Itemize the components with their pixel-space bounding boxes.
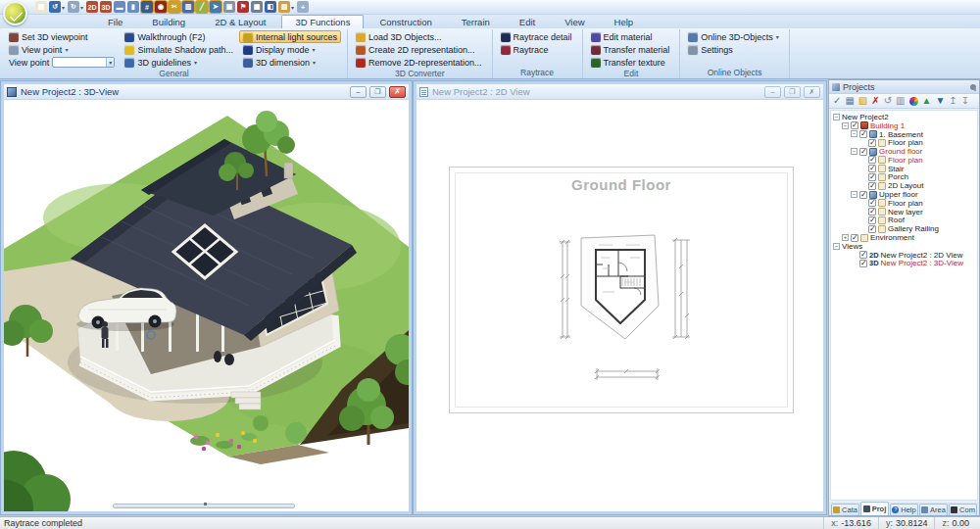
minimize-button[interactable]: – [350,86,367,98]
tree-item[interactable]: −✓1. Basement [831,130,977,139]
2d-viewport[interactable]: Ground Floor [416,100,823,511]
set-3d-viewpoint-button[interactable]: Set 3D viewpoint [5,30,119,43]
tab-help[interactable]: Help [601,15,648,28]
projects-panel-header[interactable]: Projects [829,80,979,94]
chevron-down-icon[interactable]: ▾ [106,58,114,67]
select-cursor-icon[interactable]: ➤ [210,1,221,13]
tree-item[interactable]: ✓Floor plan [831,138,977,147]
collapse-icon[interactable]: − [851,130,858,137]
tree-item[interactable]: ✓Porch [831,173,977,182]
dropdown-arrow-icon[interactable]: ▾ [291,4,294,11]
view-point-button[interactable]: View point▾ [5,43,119,56]
collapse-icon[interactable]: − [833,243,840,250]
move-down-icon[interactable]: ▼ [935,96,945,106]
visibility-checkbox[interactable]: ✓ [868,156,876,164]
3d-viewport[interactable] [4,100,409,511]
visibility-grid-icon[interactable]: ▦ [845,96,854,106]
edit-material-button[interactable]: Edit material [587,30,674,43]
visibility-checkbox[interactable]: ✓ [868,165,876,172]
tab-terrain[interactable]: Terrain [448,15,504,28]
visibility-checkbox[interactable]: ✓ [859,251,867,259]
display-mode-button[interactable]: Display mode▾ [239,43,341,56]
tree-item[interactable]: ✓Gallery Railing [831,224,977,233]
close-button[interactable]: ✗ [804,86,820,98]
tree-item[interactable]: ✓2D Layout [831,181,977,190]
create-2d-representation-button[interactable]: Create 2D representation... [352,43,486,56]
minimize-button[interactable]: – [764,86,781,98]
duplicate-icon[interactable]: ▥ [896,96,905,106]
color-wheel-icon[interactable] [909,97,918,106]
collapse-icon[interactable]: − [842,122,849,129]
state-down-icon[interactable]: ↧ [961,96,969,106]
load-3d-objects-button[interactable]: Load 3D Objects... [352,30,486,43]
panel-tab-help[interactable]: ?Help [890,504,918,515]
tree-item[interactable]: ✓2DNew Project2 : 2D View [831,251,977,260]
internal-light-sources-button[interactable]: Internal light sources [239,30,341,43]
tree-item[interactable]: ✓Floor plan [831,199,977,208]
scissors-icon[interactable]: ✂ [169,1,180,13]
apply-icon[interactable]: ✓ [833,96,841,106]
visibility-checkbox[interactable]: ✓ [868,208,876,216]
collapse-icon[interactable]: − [833,114,840,120]
combo-field[interactable]: ▾ [52,57,115,68]
tab-building[interactable]: Building [138,15,199,28]
visibility-checkbox[interactable]: ✓ [868,173,876,181]
panel-tab-project[interactable]: Proj [860,502,889,515]
online-3d-objects-button[interactable]: Online 3D-Objects▾ [684,30,783,43]
panel-tab-components[interactable]: Com [949,504,977,515]
tab-3d-functions[interactable]: 3D Functions [281,15,364,28]
remove-2d-representation-button[interactable]: Remove 2D-representation... [352,56,486,69]
transfer-material-button[interactable]: Transfer material [587,43,674,56]
redo-icon[interactable]: ↻ [68,1,79,13]
visibility-checkbox[interactable]: ✓ [868,182,876,190]
tree-item[interactable]: ✓Floor plan [831,156,977,165]
table-icon[interactable]: ▦ [251,1,263,13]
guidelines-icon[interactable]: ▥ [182,1,194,13]
dropdown-arrow-icon[interactable]: ▾ [80,4,83,11]
measure-icon[interactable]: ╱ [196,1,208,13]
window-3d-titlebar[interactable]: New Project2 : 3D-View – ❒ ✗ [4,84,409,100]
restore-button[interactable]: ❒ [369,86,386,98]
tab-edit[interactable]: Edit [506,15,549,28]
3d-guidelines-button[interactable]: 3D guidelines▾ [121,56,237,69]
delete-icon[interactable]: ✗ [871,96,879,106]
raytrace-button[interactable]: Raytrace [497,43,576,56]
tab-view[interactable]: View [551,15,598,28]
visibility-checkbox[interactable]: ✓ [851,234,858,242]
panel-tab-catalog[interactable]: Cata [831,504,859,515]
dropdown-arrow-icon[interactable]: ▾ [62,4,65,11]
tree-item[interactable]: ✓Roof [831,216,977,225]
tree-item[interactable]: −✓Upper floor [831,190,977,199]
visibility-checkbox[interactable]: ✓ [859,148,867,156]
move-up-icon[interactable]: ▲ [922,96,932,106]
window-2d-titlebar[interactable]: New Project2 : 2D View – ❒ ✗ [416,84,823,100]
tree-item[interactable]: ✓New layer [831,208,977,216]
panel-tab-area[interactable]: Area [919,504,948,515]
undo-icon[interactable]: ↺ [49,1,61,13]
tree-item[interactable]: +✓Environment [831,233,977,242]
folder-icon[interactable]: ▧ [278,1,290,13]
split-vertical-icon[interactable]: ▮ [127,1,139,13]
grid-icon[interactable]: # [141,1,153,13]
new-3d-view-icon[interactable]: 3D [100,1,112,13]
raytrace-detail-button[interactable]: Raytrace detail [497,30,576,43]
rotate-3d-icon[interactable]: ◉ [155,1,167,13]
visibility-checkbox[interactable]: ✓ [868,216,876,224]
visibility-checkbox[interactable]: ✓ [859,130,867,138]
visibility-checkbox[interactable]: ✓ [868,225,876,233]
walkthrough-button[interactable]: Walkthrough (F2) [121,30,237,43]
new-document-icon[interactable]: ▤ [35,1,47,13]
transfer-texture-button[interactable]: Transfer texture [587,56,674,69]
expand-icon[interactable]: + [842,234,849,241]
collapse-icon[interactable]: − [851,191,858,198]
tree-item[interactable]: −✓Ground floor [831,147,977,156]
paint-icon[interactable]: ◧ [265,1,276,13]
pin-icon[interactable] [970,84,976,90]
settings-button[interactable]: Settings [684,43,783,56]
tree-item[interactable]: −Views [831,242,977,251]
horizontal-scrollbar[interactable] [113,504,295,508]
collapse-icon[interactable]: − [851,148,858,155]
tree-item[interactable]: ✓Stair [831,165,977,173]
view-point-combo[interactable]: View point▾ [5,56,119,69]
more-icon[interactable]: + [297,1,309,13]
